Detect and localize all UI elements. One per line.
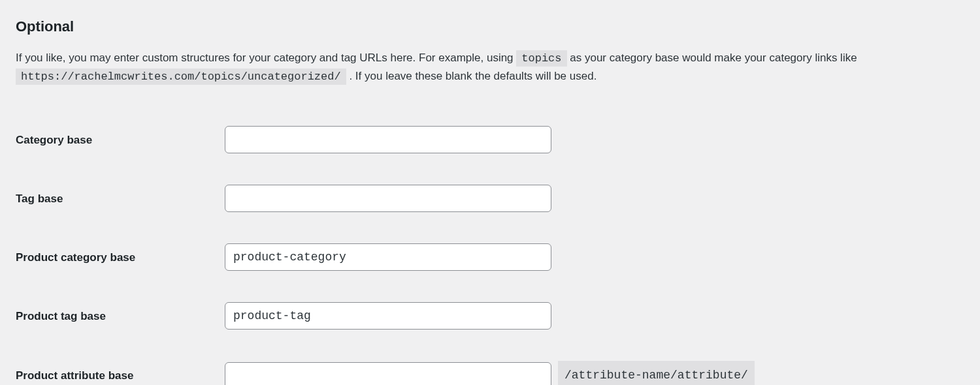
category-base-label: Category base (16, 110, 225, 169)
category-base-input[interactable] (225, 126, 551, 153)
product-tag-base-input[interactable] (225, 302, 551, 330)
desc-code-url: https://rachelmcwrites.com/topics/uncate… (16, 69, 346, 85)
product-tag-base-label: Product tag base (16, 286, 225, 345)
optional-description: If you like, you may enter custom struct… (16, 49, 964, 85)
product-category-base-label: Product category base (16, 228, 225, 286)
product-category-base-input[interactable] (225, 243, 551, 271)
desc-code-topics: topics (516, 50, 566, 67)
desc-text-mid: as your category base would make your ca… (570, 52, 857, 64)
product-attribute-base-label: Product attribute base (16, 345, 225, 385)
tag-base-label: Tag base (16, 169, 225, 228)
product-attribute-base-suffix: /attribute-name/attribute/ (558, 361, 755, 385)
optional-heading: Optional (16, 16, 964, 37)
product-attribute-base-input[interactable] (225, 362, 551, 385)
optional-settings-table: Category base Tag base Product category … (16, 110, 964, 385)
desc-text-pre: If you like, you may enter custom struct… (16, 52, 516, 64)
tag-base-input[interactable] (225, 185, 551, 212)
desc-text-post: . If you leave these blank the defaults … (349, 70, 596, 82)
